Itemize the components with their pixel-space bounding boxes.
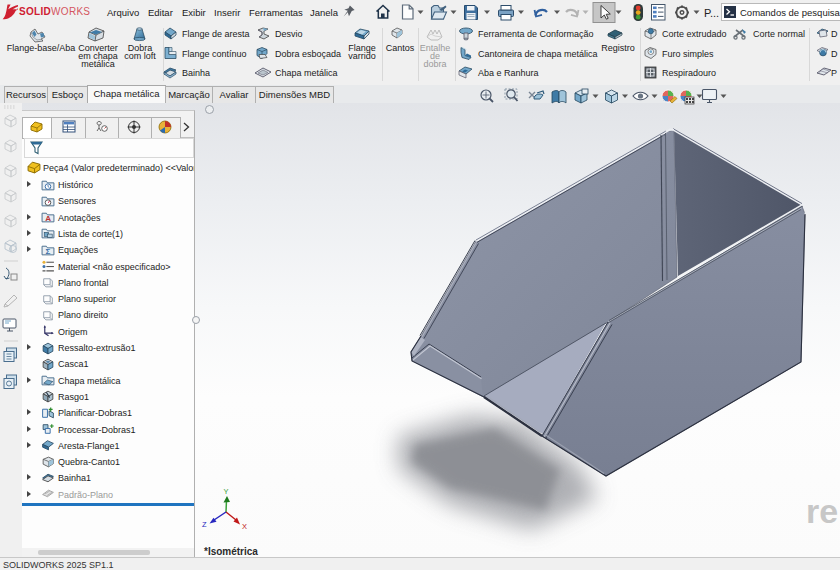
svg-text:X: X — [242, 522, 247, 531]
svg-text:Z: Z — [202, 520, 207, 529]
svg-text:A: A — [45, 214, 51, 223]
svg-text:Y: Y — [224, 487, 229, 496]
svg-text:Σ: Σ — [46, 247, 51, 256]
svg-text:*Isométrica: *Isométrica — [204, 546, 258, 557]
svg-text:P...: P... — [704, 7, 719, 19]
svg-text:re: re — [806, 492, 838, 530]
